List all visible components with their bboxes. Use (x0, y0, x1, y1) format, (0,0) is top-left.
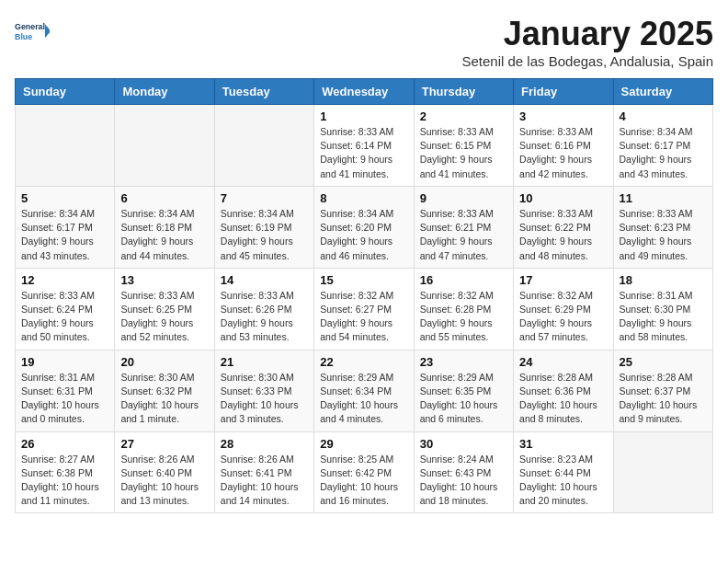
location-subtitle: Setenil de las Bodegas, Andalusia, Spain (461, 53, 713, 69)
calendar-cell: 1Sunrise: 8:33 AM Sunset: 6:14 PM Daylig… (314, 105, 414, 187)
day-number: 23 (420, 355, 507, 369)
title-area: January 2025 Setenil de las Bodegas, And… (461, 15, 713, 69)
day-info: Sunrise: 8:34 AM Sunset: 6:17 PM Dayligh… (21, 207, 108, 263)
calendar-table: SundayMondayTuesdayWednesdayThursdayFrid… (15, 78, 713, 513)
day-info: Sunrise: 8:32 AM Sunset: 6:28 PM Dayligh… (420, 289, 507, 345)
day-info: Sunrise: 8:29 AM Sunset: 6:35 PM Dayligh… (420, 371, 507, 427)
week-row-3: 12Sunrise: 8:33 AM Sunset: 6:24 PM Dayli… (16, 268, 713, 350)
day-number: 15 (320, 273, 407, 287)
day-number: 27 (120, 437, 208, 451)
calendar-cell: 24Sunrise: 8:28 AM Sunset: 6:36 PM Dayli… (514, 350, 613, 431)
calendar-cell: 29Sunrise: 8:25 AM Sunset: 6:42 PM Dayli… (314, 431, 414, 513)
logo: General Blue (15, 15, 50, 50)
calendar-cell: 8Sunrise: 8:34 AM Sunset: 6:20 PM Daylig… (314, 186, 414, 268)
calendar-cell (214, 105, 313, 187)
calendar-cell: 31Sunrise: 8:23 AM Sunset: 6:44 PM Dayli… (514, 431, 613, 513)
day-info: Sunrise: 8:26 AM Sunset: 6:40 PM Dayligh… (120, 453, 208, 509)
calendar-cell: 20Sunrise: 8:30 AM Sunset: 6:32 PM Dayli… (115, 350, 214, 431)
day-number: 7 (221, 191, 308, 205)
day-info: Sunrise: 8:31 AM Sunset: 6:31 PM Dayligh… (21, 371, 108, 427)
calendar-cell: 21Sunrise: 8:30 AM Sunset: 6:33 PM Dayli… (214, 350, 313, 431)
calendar-cell (16, 105, 115, 187)
day-number: 4 (620, 109, 707, 123)
day-number: 24 (519, 355, 607, 369)
logo-svg: General Blue (15, 15, 50, 50)
day-info: Sunrise: 8:25 AM Sunset: 6:42 PM Dayligh… (320, 453, 407, 509)
weekday-header-saturday: Saturday (613, 79, 712, 105)
day-number: 2 (420, 109, 507, 123)
calendar-cell: 25Sunrise: 8:28 AM Sunset: 6:37 PM Dayli… (613, 350, 712, 431)
day-number: 21 (221, 355, 308, 369)
day-number: 11 (620, 191, 707, 205)
day-info: Sunrise: 8:33 AM Sunset: 6:22 PM Dayligh… (519, 207, 607, 263)
day-number: 10 (519, 191, 607, 205)
weekday-header-row: SundayMondayTuesdayWednesdayThursdayFrid… (16, 79, 713, 105)
day-number: 19 (21, 355, 108, 369)
day-number: 9 (420, 191, 507, 205)
day-number: 29 (320, 437, 407, 451)
day-number: 16 (420, 273, 507, 287)
day-info: Sunrise: 8:29 AM Sunset: 6:34 PM Dayligh… (320, 371, 407, 427)
calendar-cell: 9Sunrise: 8:33 AM Sunset: 6:21 PM Daylig… (414, 186, 513, 268)
calendar-cell: 13Sunrise: 8:33 AM Sunset: 6:25 PM Dayli… (115, 268, 214, 350)
day-info: Sunrise: 8:32 AM Sunset: 6:27 PM Dayligh… (320, 289, 407, 345)
svg-marker-2 (45, 24, 50, 38)
week-row-2: 5Sunrise: 8:34 AM Sunset: 6:17 PM Daylig… (16, 186, 713, 268)
day-info: Sunrise: 8:34 AM Sunset: 6:17 PM Dayligh… (620, 125, 707, 181)
day-number: 17 (519, 273, 607, 287)
day-info: Sunrise: 8:26 AM Sunset: 6:41 PM Dayligh… (221, 453, 308, 509)
weekday-header-thursday: Thursday (414, 79, 513, 105)
day-info: Sunrise: 8:33 AM Sunset: 6:26 PM Dayligh… (221, 289, 308, 345)
day-number: 25 (620, 355, 707, 369)
weekday-header-sunday: Sunday (16, 79, 115, 105)
day-info: Sunrise: 8:30 AM Sunset: 6:32 PM Dayligh… (120, 371, 208, 427)
day-info: Sunrise: 8:33 AM Sunset: 6:25 PM Dayligh… (120, 289, 208, 345)
week-row-5: 26Sunrise: 8:27 AM Sunset: 6:38 PM Dayli… (16, 431, 713, 513)
calendar-cell: 18Sunrise: 8:31 AM Sunset: 6:30 PM Dayli… (613, 268, 712, 350)
calendar-cell: 7Sunrise: 8:34 AM Sunset: 6:19 PM Daylig… (214, 186, 313, 268)
week-row-1: 1Sunrise: 8:33 AM Sunset: 6:14 PM Daylig… (16, 105, 713, 187)
day-number: 26 (21, 437, 108, 451)
weekday-header-tuesday: Tuesday (214, 79, 313, 105)
day-number: 20 (120, 355, 208, 369)
day-number: 5 (21, 191, 108, 205)
day-info: Sunrise: 8:30 AM Sunset: 6:33 PM Dayligh… (221, 371, 308, 427)
day-info: Sunrise: 8:34 AM Sunset: 6:19 PM Dayligh… (221, 207, 308, 263)
day-info: Sunrise: 8:27 AM Sunset: 6:38 PM Dayligh… (21, 453, 108, 509)
day-info: Sunrise: 8:33 AM Sunset: 6:23 PM Dayligh… (620, 207, 707, 263)
day-info: Sunrise: 8:33 AM Sunset: 6:15 PM Dayligh… (420, 125, 507, 181)
day-info: Sunrise: 8:33 AM Sunset: 6:24 PM Dayligh… (21, 289, 108, 345)
calendar-cell: 27Sunrise: 8:26 AM Sunset: 6:40 PM Dayli… (115, 431, 214, 513)
page-header: General Blue January 2025 Setenil de las… (15, 15, 713, 69)
day-number: 22 (320, 355, 407, 369)
day-info: Sunrise: 8:33 AM Sunset: 6:16 PM Dayligh… (519, 125, 607, 181)
calendar-cell: 3Sunrise: 8:33 AM Sunset: 6:16 PM Daylig… (514, 105, 613, 187)
weekday-header-wednesday: Wednesday (314, 79, 414, 105)
svg-text:General: General (15, 22, 45, 31)
calendar-cell: 17Sunrise: 8:32 AM Sunset: 6:29 PM Dayli… (514, 268, 613, 350)
day-number: 12 (21, 273, 108, 287)
calendar-cell: 4Sunrise: 8:34 AM Sunset: 6:17 PM Daylig… (613, 105, 712, 187)
calendar-cell: 6Sunrise: 8:34 AM Sunset: 6:18 PM Daylig… (115, 186, 214, 268)
day-info: Sunrise: 8:34 AM Sunset: 6:18 PM Dayligh… (120, 207, 208, 263)
day-number: 31 (519, 437, 607, 451)
day-info: Sunrise: 8:28 AM Sunset: 6:36 PM Dayligh… (519, 371, 607, 427)
calendar-cell: 30Sunrise: 8:24 AM Sunset: 6:43 PM Dayli… (414, 431, 513, 513)
day-info: Sunrise: 8:34 AM Sunset: 6:20 PM Dayligh… (320, 207, 407, 263)
week-row-4: 19Sunrise: 8:31 AM Sunset: 6:31 PM Dayli… (16, 350, 713, 431)
svg-text:Blue: Blue (15, 32, 32, 41)
calendar-cell: 16Sunrise: 8:32 AM Sunset: 6:28 PM Dayli… (414, 268, 513, 350)
day-number: 3 (519, 109, 607, 123)
calendar-cell (115, 105, 214, 187)
calendar-cell: 28Sunrise: 8:26 AM Sunset: 6:41 PM Dayli… (214, 431, 313, 513)
weekday-header-friday: Friday (514, 79, 613, 105)
calendar-cell: 26Sunrise: 8:27 AM Sunset: 6:38 PM Dayli… (16, 431, 115, 513)
day-info: Sunrise: 8:31 AM Sunset: 6:30 PM Dayligh… (620, 289, 707, 345)
day-info: Sunrise: 8:28 AM Sunset: 6:37 PM Dayligh… (620, 371, 707, 427)
day-info: Sunrise: 8:32 AM Sunset: 6:29 PM Dayligh… (519, 289, 607, 345)
calendar-cell: 22Sunrise: 8:29 AM Sunset: 6:34 PM Dayli… (314, 350, 414, 431)
calendar-cell: 10Sunrise: 8:33 AM Sunset: 6:22 PM Dayli… (514, 186, 613, 268)
weekday-header-monday: Monday (115, 79, 214, 105)
calendar-cell: 2Sunrise: 8:33 AM Sunset: 6:15 PM Daylig… (414, 105, 513, 187)
calendar-cell: 5Sunrise: 8:34 AM Sunset: 6:17 PM Daylig… (16, 186, 115, 268)
